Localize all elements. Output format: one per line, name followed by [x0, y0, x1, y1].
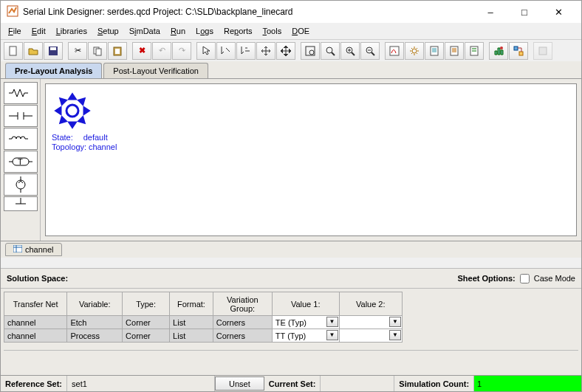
zoom-fit-button[interactable]: [301, 42, 320, 60]
settings-button[interactable]: [405, 42, 424, 60]
horizontal-scrollbar[interactable]: [4, 350, 578, 360]
undo-button[interactable]: ↶: [152, 42, 171, 60]
copy-button[interactable]: [88, 42, 107, 60]
menu-simdata[interactable]: SimData: [125, 25, 165, 37]
open-button[interactable]: [24, 42, 43, 60]
move-button[interactable]: [256, 42, 275, 60]
sheet-options-label: Sheet Options:: [458, 274, 516, 283]
svg-rect-21: [431, 47, 438, 55]
case-mode-checkbox[interactable]: [520, 274, 530, 283]
sheet-tab-channel[interactable]: channel: [5, 243, 62, 256]
cell-type[interactable]: Corner: [123, 329, 170, 343]
svg-line-17: [372, 52, 374, 55]
tab-postlayout[interactable]: Post-Layout Verification: [103, 63, 208, 78]
select-branch-button[interactable]: [236, 42, 256, 60]
palette-capacitor[interactable]: [4, 105, 38, 127]
select-net-button[interactable]: [216, 42, 236, 60]
col-variation[interactable]: Variation Group:: [213, 292, 272, 316]
dropdown-icon[interactable]: ▼: [389, 317, 401, 327]
close-button[interactable]: ✕: [541, 1, 575, 23]
col-variable[interactable]: Variable:: [67, 292, 123, 316]
tab-prelayout[interactable]: Pre-Layout Analysis: [5, 63, 102, 78]
cell-var[interactable]: Process: [67, 329, 123, 343]
minimize-button[interactable]: –: [473, 1, 507, 23]
palette-inductor[interactable]: [4, 128, 38, 150]
cell-tnet[interactable]: channel: [4, 329, 67, 343]
zoom-out-button[interactable]: [360, 42, 380, 60]
grid-row[interactable]: channel Process Corner List Corners TT (…: [4, 329, 403, 343]
app-icon: [7, 5, 18, 18]
zoom-in-button[interactable]: [340, 42, 360, 60]
palette-tline[interactable]: T: [4, 151, 38, 173]
unset-button[interactable]: Unset: [215, 376, 264, 391]
svg-rect-37: [539, 47, 547, 55]
run-sim-button[interactable]: [385, 42, 404, 60]
col-value1[interactable]: Value 1:: [272, 292, 339, 316]
menu-reports[interactable]: Reports: [219, 25, 257, 37]
netlist-button[interactable]: [509, 42, 528, 60]
cell-tnet[interactable]: channel: [4, 316, 67, 329]
cut-button[interactable]: ✂: [68, 42, 87, 60]
svg-rect-19: [390, 47, 399, 55]
palette-ground[interactable]: [4, 196, 38, 211]
svg-rect-46: [13, 245, 22, 252]
component-palette: T: [1, 79, 41, 241]
cell-value2[interactable]: ▼: [339, 329, 402, 343]
case-mode-label: Case Mode: [534, 274, 575, 283]
palette-source[interactable]: [4, 173, 38, 196]
cell-fmt[interactable]: List: [170, 329, 213, 343]
menu-setup[interactable]: Setup: [93, 25, 123, 37]
col-value2[interactable]: Value 2:: [339, 292, 402, 316]
menu-doe[interactable]: DOE: [287, 25, 314, 37]
cell-var[interactable]: Etch: [67, 316, 123, 329]
sheet-tab-label: channel: [25, 245, 54, 254]
svg-point-32: [500, 47, 503, 49]
dropdown-icon[interactable]: ▼: [389, 330, 401, 340]
paste-button[interactable]: [108, 42, 127, 60]
palette-resistor[interactable]: [4, 82, 38, 104]
col-transfer-net[interactable]: Transfer Net: [4, 292, 67, 316]
svg-rect-5: [96, 49, 101, 55]
maximize-button[interactable]: □: [507, 1, 541, 23]
pan-button[interactable]: [276, 42, 295, 60]
schematic-canvas[interactable]: State: default Topology: channel: [45, 83, 577, 236]
state-value: default: [83, 133, 108, 142]
report3-button[interactable]: [465, 42, 484, 60]
svg-rect-1: [10, 47, 16, 55]
sheet-icon: [13, 245, 22, 254]
cell-value1[interactable]: TE (Typ)▼: [272, 316, 339, 329]
menu-libraries[interactable]: Libraries: [52, 25, 92, 37]
delete-button[interactable]: ✖: [132, 42, 151, 60]
report2-button[interactable]: [445, 42, 464, 60]
report1-button[interactable]: [425, 42, 444, 60]
doe-button[interactable]: [489, 42, 508, 60]
menu-edit[interactable]: Edit: [27, 25, 50, 37]
misc-button[interactable]: [533, 42, 552, 60]
dropdown-icon[interactable]: ▼: [326, 317, 338, 327]
dropdown-icon[interactable]: ▼: [326, 330, 338, 340]
new-button[interactable]: [4, 42, 23, 60]
cell-vg[interactable]: Corners: [213, 316, 272, 329]
grid-row[interactable]: channel Etch Corner List Corners TE (Typ…: [4, 316, 403, 329]
pointer-button[interactable]: [196, 42, 216, 60]
state-label: State:: [52, 133, 73, 142]
title-bar: Serial Link Designer: serdes.qcd Project…: [1, 1, 581, 23]
col-type[interactable]: Type:: [123, 292, 170, 316]
col-format[interactable]: Format:: [170, 292, 213, 316]
solution-space-grid: Transfer Net Variable: Type: Format: Var…: [1, 289, 581, 360]
menu-file[interactable]: File: [4, 25, 26, 37]
cell-type[interactable]: Corner: [123, 316, 170, 329]
cell-vg[interactable]: Corners: [213, 329, 272, 343]
cell-fmt[interactable]: List: [170, 316, 213, 329]
cell-value2[interactable]: ▼: [339, 316, 402, 329]
topology-label: Topology:: [52, 142, 86, 151]
menu-run[interactable]: Run: [166, 25, 190, 37]
cell-value1[interactable]: TT (Typ)▼: [272, 329, 339, 343]
svg-line-11: [332, 52, 335, 55]
sheet-tab-strip: channel: [1, 241, 581, 258]
menu-tools[interactable]: Tools: [259, 25, 287, 37]
redo-button[interactable]: ↷: [172, 42, 191, 60]
save-button[interactable]: [44, 42, 63, 60]
menu-logs[interactable]: Logs: [191, 25, 218, 37]
zoom-button[interactable]: [321, 42, 340, 60]
